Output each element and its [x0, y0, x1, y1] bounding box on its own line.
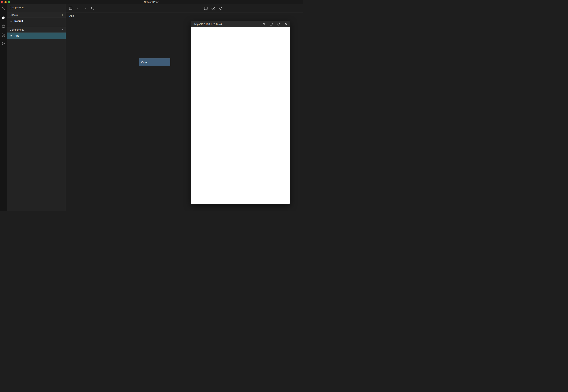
check-icon — [10, 20, 13, 22]
preview-close-button[interactable] — [284, 22, 288, 27]
open-external-icon — [269, 22, 273, 26]
bug-icon — [262, 22, 266, 26]
window-title: National Parks — [144, 1, 159, 3]
components-icon[interactable] — [1, 33, 6, 37]
open-external-button[interactable] — [269, 22, 274, 27]
preview-header[interactable]: http://192.168.1.21:8574 — [191, 21, 290, 27]
preview-content[interactable] — [191, 27, 290, 204]
component-item-label: App — [15, 34, 19, 37]
titlebar: National Parks — [0, 0, 303, 4]
minimize-icon — [5, 1, 6, 3]
close-icon — [284, 22, 288, 26]
preview-url[interactable]: http://192.168.1.21:8574 — [194, 23, 222, 26]
canvas-group[interactable]: Group — [139, 58, 170, 66]
sheets-section-label: Sheets — [10, 14, 62, 16]
add-component-button[interactable]: + — [62, 28, 63, 31]
activity-rail — [0, 4, 7, 211]
sheets-section-header: Sheets + — [7, 12, 66, 18]
refresh-button[interactable] — [218, 6, 223, 11]
gear-icon[interactable] — [1, 24, 6, 28]
search-icon — [90, 6, 95, 10]
toolbar-right-group — [203, 4, 223, 13]
refresh-icon — [277, 22, 281, 26]
preview-window: http://192.168.1.21:8574 — [191, 21, 290, 204]
add-window-button[interactable] — [68, 6, 73, 11]
puzzle-icon[interactable] — [1, 15, 6, 20]
branch-icon[interactable] — [1, 42, 6, 46]
nodes-icon[interactable] — [1, 7, 6, 11]
search-button[interactable] — [90, 6, 95, 11]
refresh-icon — [219, 6, 223, 10]
back-button[interactable] — [76, 6, 80, 11]
minimize-window-button[interactable] — [4, 1, 7, 3]
sheet-item-default[interactable]: Default — [7, 18, 66, 24]
component-item-app[interactable]: App — [7, 32, 66, 39]
forward-button[interactable] — [83, 6, 87, 11]
breadcrumb[interactable]: App — [69, 14, 74, 17]
preview-refresh-button[interactable] — [276, 22, 281, 27]
split-view-button[interactable] — [203, 6, 208, 11]
window-controls — [1, 1, 10, 3]
split-view-icon — [204, 6, 208, 11]
stop-button[interactable] — [211, 6, 216, 11]
home-icon — [10, 34, 13, 37]
sidebar-title: Components — [7, 4, 66, 11]
debug-button[interactable] — [262, 22, 266, 27]
components-section-header: Components + — [7, 27, 66, 32]
add-window-icon — [69, 6, 73, 10]
maximize-window-button[interactable] — [8, 1, 10, 3]
sidebar: Components Sheets + Default Components +… — [7, 4, 66, 211]
canvas-group-label: Group — [141, 61, 148, 64]
preview-actions — [262, 21, 288, 27]
components-section-label: Components — [10, 28, 62, 31]
sheet-item-label: Default — [14, 19, 23, 22]
close-icon — [1, 1, 3, 3]
chevron-left-icon — [76, 6, 80, 10]
close-window-button[interactable] — [1, 1, 3, 3]
stop-icon — [211, 6, 215, 11]
chevron-right-icon — [83, 6, 87, 10]
canvas-toolbar — [67, 4, 303, 13]
add-sheet-button[interactable]: + — [62, 13, 63, 16]
maximize-icon — [8, 1, 10, 3]
